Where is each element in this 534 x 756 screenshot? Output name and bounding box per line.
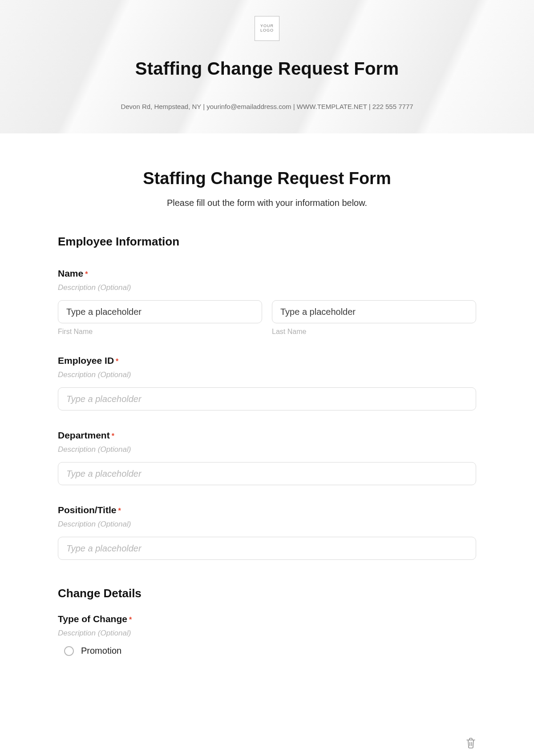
- last-name-input[interactable]: [272, 300, 476, 323]
- field-description: Description (Optional): [58, 370, 476, 379]
- field-name: Name* Description (Optional) First Name …: [58, 268, 476, 336]
- required-mark: *: [116, 358, 118, 365]
- field-label-name: Name: [58, 268, 83, 278]
- field-description: Description (Optional): [58, 445, 476, 454]
- field-label-employee-id: Employee ID: [58, 355, 114, 366]
- last-name-sublabel: Last Name: [272, 328, 476, 336]
- header-band: YOUR LOGO Staffing Change Request Form D…: [0, 0, 534, 133]
- trash-icon[interactable]: [465, 737, 476, 749]
- radio-option-promotion[interactable]: Promotion: [58, 646, 476, 656]
- position-title-input[interactable]: [58, 537, 476, 560]
- form-title: Staffing Change Request Form: [58, 169, 476, 188]
- field-type-of-change: Type of Change* Description (Optional) P…: [58, 614, 476, 656]
- section-title-change-details: Change Details: [58, 587, 476, 600]
- department-input[interactable]: [58, 462, 476, 485]
- field-description: Description (Optional): [58, 629, 476, 638]
- section-title-employee-information: Employee Information: [58, 235, 476, 249]
- radio-icon: [64, 646, 74, 656]
- field-label-department: Department: [58, 430, 110, 440]
- header-title: Staffing Change Request Form: [135, 59, 399, 79]
- field-employee-id: Employee ID* Description (Optional): [58, 355, 476, 410]
- field-position-title: Position/Title* Description (Optional): [58, 505, 476, 560]
- required-mark: *: [118, 507, 121, 515]
- required-mark: *: [112, 432, 114, 440]
- field-label-position-title: Position/Title: [58, 505, 116, 515]
- field-description: Description (Optional): [58, 283, 476, 292]
- header-contact-line: Devon Rd, Hempstead, NY | yourinfo@email…: [121, 103, 413, 110]
- field-department: Department* Description (Optional): [58, 430, 476, 485]
- first-name-sublabel: First Name: [58, 328, 262, 336]
- required-mark: *: [85, 270, 88, 278]
- required-mark: *: [129, 616, 132, 623]
- form-subtitle: Please fill out the form with your infor…: [58, 198, 476, 208]
- first-name-input[interactable]: [58, 300, 262, 323]
- radio-label: Promotion: [81, 646, 121, 656]
- logo-placeholder: YOUR LOGO: [255, 16, 279, 41]
- field-description: Description (Optional): [58, 520, 476, 529]
- field-label-type-of-change: Type of Change: [58, 614, 127, 624]
- employee-id-input[interactable]: [58, 387, 476, 410]
